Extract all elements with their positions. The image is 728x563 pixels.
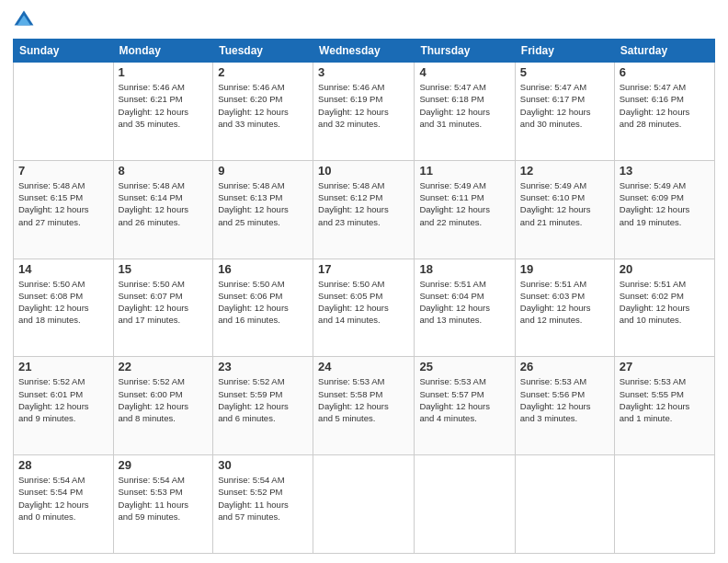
calendar-cell	[614, 455, 714, 554]
day-info: Sunrise: 5:51 AM Sunset: 6:03 PM Dayligh…	[520, 278, 609, 327]
weekday-header-monday: Monday	[113, 40, 213, 63]
calendar-cell: 11Sunrise: 5:49 AM Sunset: 6:11 PM Dayli…	[415, 160, 515, 259]
calendar-cell: 15Sunrise: 5:50 AM Sunset: 6:07 PM Dayli…	[113, 259, 213, 357]
day-info: Sunrise: 5:53 AM Sunset: 5:55 PM Dayligh…	[620, 375, 710, 424]
calendar-cell: 17Sunrise: 5:50 AM Sunset: 6:05 PM Dayli…	[313, 259, 415, 357]
weekday-header-sunday: Sunday	[14, 40, 114, 63]
calendar-cell: 1Sunrise: 5:46 AM Sunset: 6:21 PM Daylig…	[113, 63, 213, 161]
calendar-cell	[14, 63, 114, 161]
day-number: 19	[520, 262, 609, 276]
weekday-header-row: SundayMondayTuesdayWednesdayThursdayFrid…	[14, 40, 715, 63]
day-info: Sunrise: 5:48 AM Sunset: 6:15 PM Dayligh…	[18, 179, 108, 228]
day-number: 12	[520, 164, 609, 178]
day-info: Sunrise: 5:46 AM Sunset: 6:21 PM Dayligh…	[119, 81, 209, 130]
calendar-cell: 19Sunrise: 5:51 AM Sunset: 6:03 PM Dayli…	[515, 259, 614, 357]
day-info: Sunrise: 5:51 AM Sunset: 6:04 PM Dayligh…	[419, 278, 509, 327]
day-info: Sunrise: 5:49 AM Sunset: 6:10 PM Dayligh…	[520, 179, 609, 228]
logo	[13, 9, 39, 31]
weekday-header-saturday: Saturday	[614, 40, 714, 63]
calendar-cell	[515, 455, 614, 554]
calendar-cell: 5Sunrise: 5:47 AM Sunset: 6:17 PM Daylig…	[515, 63, 614, 161]
day-number: 8	[119, 164, 209, 178]
day-number: 2	[218, 65, 308, 79]
calendar: SundayMondayTuesdayWednesdayThursdayFrid…	[13, 39, 715, 554]
page: SundayMondayTuesdayWednesdayThursdayFrid…	[0, 0, 728, 563]
calendar-cell: 23Sunrise: 5:52 AM Sunset: 5:59 PM Dayli…	[213, 357, 313, 455]
day-info: Sunrise: 5:50 AM Sunset: 6:05 PM Dayligh…	[318, 278, 409, 327]
day-info: Sunrise: 5:53 AM Sunset: 5:58 PM Dayligh…	[318, 375, 409, 424]
calendar-cell: 21Sunrise: 5:52 AM Sunset: 6:01 PM Dayli…	[14, 357, 114, 455]
day-info: Sunrise: 5:48 AM Sunset: 6:13 PM Dayligh…	[218, 179, 308, 228]
weekday-header-friday: Friday	[515, 40, 614, 63]
day-info: Sunrise: 5:52 AM Sunset: 6:00 PM Dayligh…	[119, 375, 209, 424]
day-info: Sunrise: 5:53 AM Sunset: 5:57 PM Dayligh…	[419, 375, 509, 424]
day-number: 4	[419, 65, 509, 79]
calendar-cell: 6Sunrise: 5:47 AM Sunset: 6:16 PM Daylig…	[614, 63, 714, 161]
calendar-cell: 7Sunrise: 5:48 AM Sunset: 6:15 PM Daylig…	[14, 160, 114, 259]
day-number: 5	[520, 65, 609, 79]
calendar-cell: 9Sunrise: 5:48 AM Sunset: 6:13 PM Daylig…	[213, 160, 313, 259]
calendar-cell: 28Sunrise: 5:54 AM Sunset: 5:54 PM Dayli…	[14, 455, 114, 554]
calendar-cell: 8Sunrise: 5:48 AM Sunset: 6:14 PM Daylig…	[113, 160, 213, 259]
day-info: Sunrise: 5:47 AM Sunset: 6:18 PM Dayligh…	[419, 81, 509, 130]
day-info: Sunrise: 5:48 AM Sunset: 6:14 PM Dayligh…	[119, 179, 209, 228]
day-number: 18	[419, 262, 509, 276]
day-info: Sunrise: 5:46 AM Sunset: 6:19 PM Dayligh…	[318, 81, 409, 130]
calendar-cell: 22Sunrise: 5:52 AM Sunset: 6:00 PM Dayli…	[113, 357, 213, 455]
week-row-4: 21Sunrise: 5:52 AM Sunset: 6:01 PM Dayli…	[14, 357, 715, 455]
calendar-cell: 20Sunrise: 5:51 AM Sunset: 6:02 PM Dayli…	[614, 259, 714, 357]
day-number: 26	[520, 360, 609, 373]
day-info: Sunrise: 5:52 AM Sunset: 5:59 PM Dayligh…	[218, 375, 308, 424]
day-number: 21	[18, 360, 108, 373]
day-number: 25	[419, 360, 509, 373]
week-row-1: 1Sunrise: 5:46 AM Sunset: 6:21 PM Daylig…	[14, 63, 715, 161]
calendar-cell: 18Sunrise: 5:51 AM Sunset: 6:04 PM Dayli…	[415, 259, 515, 357]
logo-icon	[13, 9, 35, 31]
day-info: Sunrise: 5:53 AM Sunset: 5:56 PM Dayligh…	[520, 375, 609, 424]
day-number: 30	[218, 458, 308, 472]
day-info: Sunrise: 5:54 AM Sunset: 5:54 PM Dayligh…	[18, 474, 108, 523]
day-info: Sunrise: 5:54 AM Sunset: 5:52 PM Dayligh…	[218, 474, 308, 523]
calendar-cell: 25Sunrise: 5:53 AM Sunset: 5:57 PM Dayli…	[415, 357, 515, 455]
day-info: Sunrise: 5:48 AM Sunset: 6:12 PM Dayligh…	[318, 179, 409, 228]
day-info: Sunrise: 5:54 AM Sunset: 5:53 PM Dayligh…	[119, 474, 209, 523]
calendar-cell: 10Sunrise: 5:48 AM Sunset: 6:12 PM Dayli…	[313, 160, 415, 259]
day-number: 16	[218, 262, 308, 276]
day-number: 10	[318, 164, 409, 178]
calendar-cell: 3Sunrise: 5:46 AM Sunset: 6:19 PM Daylig…	[313, 63, 415, 161]
day-info: Sunrise: 5:46 AM Sunset: 6:20 PM Dayligh…	[218, 81, 308, 130]
day-number: 7	[18, 164, 108, 178]
day-info: Sunrise: 5:47 AM Sunset: 6:17 PM Dayligh…	[520, 81, 609, 130]
day-info: Sunrise: 5:47 AM Sunset: 6:16 PM Dayligh…	[620, 81, 710, 130]
calendar-cell: 12Sunrise: 5:49 AM Sunset: 6:10 PM Dayli…	[515, 160, 614, 259]
day-number: 24	[318, 360, 409, 373]
week-row-2: 7Sunrise: 5:48 AM Sunset: 6:15 PM Daylig…	[14, 160, 715, 259]
header	[13, 9, 715, 31]
day-info: Sunrise: 5:52 AM Sunset: 6:01 PM Dayligh…	[18, 375, 108, 424]
weekday-header-tuesday: Tuesday	[213, 40, 313, 63]
calendar-cell: 27Sunrise: 5:53 AM Sunset: 5:55 PM Dayli…	[614, 357, 714, 455]
day-info: Sunrise: 5:50 AM Sunset: 6:07 PM Dayligh…	[119, 278, 209, 327]
day-number: 11	[419, 164, 509, 178]
day-info: Sunrise: 5:49 AM Sunset: 6:11 PM Dayligh…	[419, 179, 509, 228]
day-number: 9	[218, 164, 308, 178]
day-number: 17	[318, 262, 409, 276]
calendar-cell: 13Sunrise: 5:49 AM Sunset: 6:09 PM Dayli…	[614, 160, 714, 259]
day-number: 15	[119, 262, 209, 276]
day-number: 29	[119, 458, 209, 472]
day-info: Sunrise: 5:51 AM Sunset: 6:02 PM Dayligh…	[620, 278, 710, 327]
day-number: 22	[119, 360, 209, 373]
calendar-cell: 24Sunrise: 5:53 AM Sunset: 5:58 PM Dayli…	[313, 357, 415, 455]
calendar-cell	[313, 455, 415, 554]
calendar-cell: 29Sunrise: 5:54 AM Sunset: 5:53 PM Dayli…	[113, 455, 213, 554]
day-info: Sunrise: 5:49 AM Sunset: 6:09 PM Dayligh…	[620, 179, 710, 228]
day-info: Sunrise: 5:50 AM Sunset: 6:06 PM Dayligh…	[218, 278, 308, 327]
calendar-cell: 26Sunrise: 5:53 AM Sunset: 5:56 PM Dayli…	[515, 357, 614, 455]
day-number: 13	[620, 164, 710, 178]
calendar-cell: 14Sunrise: 5:50 AM Sunset: 6:08 PM Dayli…	[14, 259, 114, 357]
week-row-3: 14Sunrise: 5:50 AM Sunset: 6:08 PM Dayli…	[14, 259, 715, 357]
day-number: 23	[218, 360, 308, 373]
day-number: 6	[620, 65, 710, 79]
calendar-cell: 2Sunrise: 5:46 AM Sunset: 6:20 PM Daylig…	[213, 63, 313, 161]
calendar-cell: 4Sunrise: 5:47 AM Sunset: 6:18 PM Daylig…	[415, 63, 515, 161]
